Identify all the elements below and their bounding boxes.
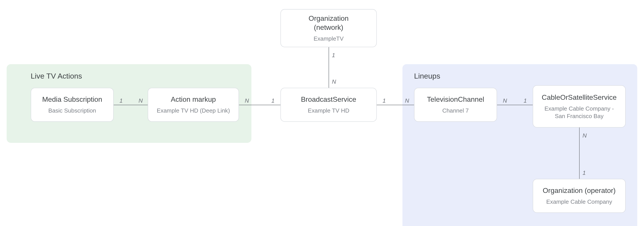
node-sub: Example Cable Company - San Francisco Ba… bbox=[544, 105, 614, 120]
edge-org-broadcast bbox=[329, 47, 329, 88]
node-sub: Example TV HD bbox=[308, 107, 350, 114]
node-action-markup: Action markup Example TV HD (Deep Link) bbox=[148, 88, 239, 122]
node-broadcast-service: BroadcastService Example TV HD bbox=[280, 88, 376, 122]
node-title: Media Subscription bbox=[42, 95, 102, 104]
diagram-stage: Live TV Actions Lineups Organization (ne… bbox=[0, 0, 644, 226]
node-sub: Example Cable Company bbox=[546, 198, 612, 206]
node-title: Organization (operator) bbox=[543, 186, 616, 195]
edge-label: N bbox=[332, 79, 336, 84]
node-title: TelevisionChannel bbox=[427, 95, 484, 104]
edge-label: 1 bbox=[524, 98, 527, 104]
edge-broadcast-tv bbox=[376, 105, 414, 105]
node-organization-operator: Organization (operator) Example Cable Co… bbox=[533, 179, 626, 213]
panel-title-left: Live TV Actions bbox=[31, 72, 82, 81]
node-title: CableOrSatelliteService bbox=[542, 93, 617, 102]
node-media-subscription: Media Subscription Basic Subscription bbox=[31, 88, 114, 122]
edge-label: 1 bbox=[582, 170, 586, 175]
node-sub: Basic Subscription bbox=[48, 107, 96, 114]
node-title: Action markup bbox=[171, 95, 216, 104]
edge-label: N bbox=[503, 98, 507, 104]
edge-label: N bbox=[405, 98, 409, 104]
edge-label: N bbox=[582, 132, 587, 138]
edge-label: 1 bbox=[382, 98, 386, 104]
edge-label: N bbox=[139, 98, 143, 104]
edge-cable-operator bbox=[579, 127, 580, 179]
node-title: Organization (network) bbox=[308, 14, 348, 32]
edge-label: 1 bbox=[332, 52, 335, 58]
panel-title-right: Lineups bbox=[414, 72, 440, 81]
node-sub: ExampleTV bbox=[314, 35, 344, 42]
edge-action-broadcast bbox=[239, 105, 281, 105]
edge-media-action bbox=[114, 105, 148, 105]
edge-label: 1 bbox=[271, 98, 275, 104]
node-organization-network: Organization (network) ExampleTV bbox=[280, 9, 376, 47]
node-sub: Channel 7 bbox=[442, 107, 469, 114]
edge-label: 1 bbox=[120, 98, 123, 104]
node-television-channel: TelevisionChannel Channel 7 bbox=[414, 88, 497, 122]
edge-label: N bbox=[245, 98, 249, 104]
node-cable-or-satellite-service: CableOrSatelliteService Example Cable Co… bbox=[533, 85, 626, 127]
edge-tv-cable bbox=[497, 105, 532, 105]
node-title: BroadcastService bbox=[301, 95, 356, 104]
node-sub: Example TV HD (Deep Link) bbox=[157, 107, 230, 114]
